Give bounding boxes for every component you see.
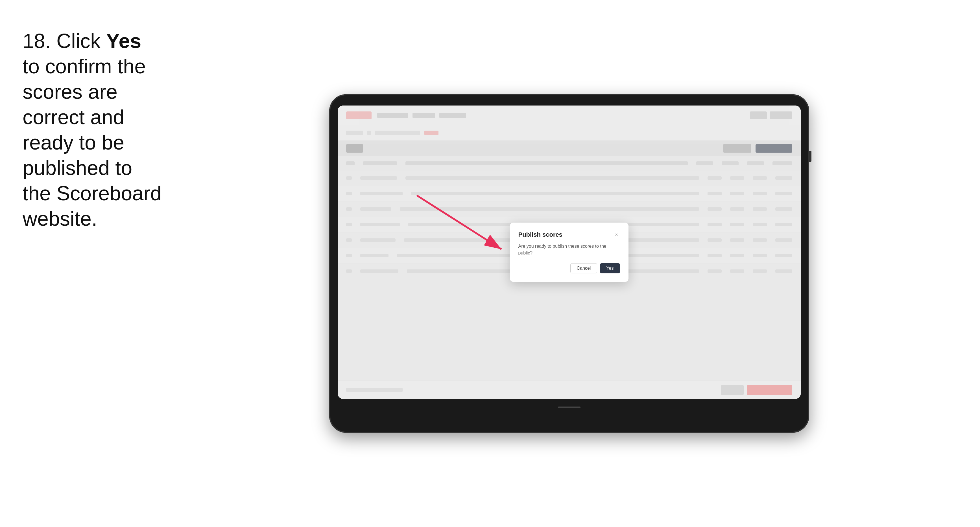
instruction-post: to confirm the scores are correct and re… [22, 55, 162, 230]
instruction-bold: Yes [106, 30, 141, 52]
tablet-wrapper: Publish scores × Are you ready to publis… [181, 17, 958, 510]
cancel-button[interactable]: Cancel [570, 263, 597, 273]
modal-overlay: Publish scores × Are you ready to publis… [338, 105, 801, 399]
tablet-screen: Publish scores × Are you ready to publis… [338, 105, 801, 399]
tablet-side-button [809, 151, 811, 162]
tablet-bottom [558, 402, 581, 413]
modal-dialog: Publish scores × Are you ready to publis… [510, 222, 628, 282]
instruction-pre: Click [51, 30, 106, 52]
page-container: 18. Click Yes to confirm the scores are … [0, 0, 980, 527]
modal-close-button[interactable]: × [613, 231, 620, 238]
svg-line-1 [417, 195, 501, 249]
tablet-home-indicator [558, 406, 581, 408]
yes-button[interactable]: Yes [600, 263, 620, 273]
tablet-device: Publish scores × Are you ready to publis… [329, 94, 809, 433]
modal-body: Are you ready to publish these scores to… [519, 243, 620, 256]
modal-header: Publish scores × [519, 231, 620, 238]
modal-footer: Cancel Yes [519, 263, 620, 273]
step-number: 18. [22, 30, 51, 52]
modal-title: Publish scores [519, 231, 563, 238]
instruction-text: 18. Click Yes to confirm the scores are … [22, 17, 164, 231]
